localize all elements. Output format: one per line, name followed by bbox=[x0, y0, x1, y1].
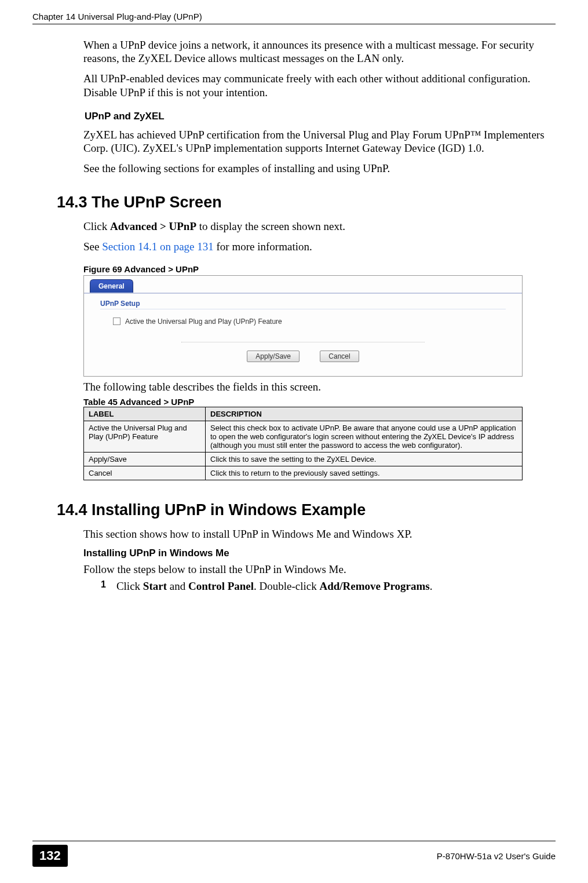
upnp-active-checkbox[interactable] bbox=[113, 318, 120, 325]
screenshot-upnp-panel: General UPnP Setup Active the Universal … bbox=[83, 275, 523, 377]
step-number: 1 bbox=[101, 579, 106, 593]
subheading-install-me: Installing UPnP in Windows Me bbox=[83, 548, 556, 559]
header-rule bbox=[32, 24, 556, 24]
footer-rule bbox=[32, 841, 556, 841]
button-row: Apply/Save Cancel bbox=[181, 342, 425, 362]
cell-desc: Select this check box to activate UPnP. … bbox=[206, 421, 523, 452]
sub1-paragraph-1: ZyXEL has achieved UPnP certification fr… bbox=[83, 128, 556, 155]
cell-desc: Click this to save the setting to the Zy… bbox=[206, 452, 523, 466]
fields-table: LABEL DESCRIPTION Active the Universal P… bbox=[83, 407, 523, 480]
table-row: Active the Universal Plug and Play (UPnP… bbox=[84, 421, 523, 452]
section144-p2: Follow the steps below to install the UP… bbox=[83, 563, 556, 576]
table-row: Cancel Click this to return to the previ… bbox=[84, 466, 523, 480]
table-caption: Table 45 Advanced > UPnP bbox=[83, 397, 556, 407]
table-header-row: LABEL DESCRIPTION bbox=[84, 407, 523, 421]
section144-p1: This section shows how to install UPnP i… bbox=[83, 527, 556, 541]
cross-ref-link[interactable]: Section 14.1 on page 131 bbox=[102, 240, 214, 253]
text: and bbox=[167, 580, 188, 592]
tab-general[interactable]: General bbox=[90, 279, 133, 293]
section-heading-14-3: 14.3 The UPnP Screen bbox=[57, 194, 556, 211]
group-label: UPnP Setup bbox=[100, 300, 506, 308]
th-label: LABEL bbox=[84, 407, 206, 421]
figure-label: Figure 69 Advanced > UPnP bbox=[83, 264, 199, 274]
cell-label: Apply/Save bbox=[84, 452, 206, 466]
menu-path: Advanced > UPnP bbox=[110, 220, 196, 232]
section143-p1: Click Advanced > UPnP to display the scr… bbox=[83, 220, 556, 233]
cell-label: Cancel bbox=[84, 466, 206, 480]
tab-row: General bbox=[84, 276, 522, 293]
text: . Double-click bbox=[254, 580, 319, 592]
text: Click bbox=[83, 220, 110, 232]
text: for more information. bbox=[214, 240, 312, 253]
th-description: DESCRIPTION bbox=[206, 407, 523, 421]
cell-label: Active the Universal Plug and Play (UPnP… bbox=[84, 421, 206, 452]
intro-paragraph-1: When a UPnP device joins a network, it a… bbox=[83, 38, 556, 65]
apply-save-button[interactable]: Apply/Save bbox=[247, 351, 300, 362]
running-header: Chapter 14 Universal Plug-and-Play (UPnP… bbox=[32, 12, 556, 21]
text: See bbox=[83, 240, 102, 253]
guide-title: P-870HW-51a v2 User's Guide bbox=[437, 851, 556, 861]
section143-p2: See Section 14.1 on page 131 for more in… bbox=[83, 240, 556, 253]
cell-desc: Click this to return to the previously s… bbox=[206, 466, 523, 480]
subheading-upnp-zyxel: UPnP and ZyXEL bbox=[57, 111, 556, 122]
table-row: Apply/Save Click this to save the settin… bbox=[84, 452, 523, 466]
checkbox-label: Active the Universal Plug and Play (UPnP… bbox=[125, 318, 282, 326]
cancel-button[interactable]: Cancel bbox=[320, 351, 359, 362]
text: . bbox=[430, 580, 433, 592]
ui-ref-control-panel: Control Panel bbox=[188, 580, 254, 592]
page-footer: 132 P-870HW-51a v2 User's Guide bbox=[32, 841, 556, 867]
table-label: Table 45 Advanced > UPnP bbox=[83, 397, 194, 407]
sub1-paragraph-2: See the following sections for examples … bbox=[83, 162, 556, 175]
panel-body: UPnP Setup Active the Universal Plug and… bbox=[84, 293, 522, 376]
table-intro: The following table describes the fields… bbox=[83, 380, 556, 393]
checkbox-row: Active the Universal Plug and Play (UPnP… bbox=[100, 318, 506, 326]
intro-paragraph-2: All UPnP-enabled devices may communicate… bbox=[83, 72, 556, 98]
page-number-badge: 132 bbox=[32, 845, 68, 867]
numbered-step-1: 1 Click Start and Control Panel. Double-… bbox=[101, 579, 556, 593]
ui-ref-add-remove: Add/Remove Programs bbox=[319, 580, 429, 592]
text: to display the screen shown next. bbox=[196, 220, 345, 232]
step-text: Click Start and Control Panel. Double-cl… bbox=[116, 579, 432, 593]
text: Click bbox=[116, 580, 143, 592]
group-divider bbox=[100, 309, 506, 309]
figure-caption: Figure 69 Advanced > UPnP bbox=[83, 264, 556, 274]
ui-ref-start: Start bbox=[143, 580, 167, 592]
section-heading-14-4: 14.4 Installing UPnP in Windows Example bbox=[57, 501, 556, 519]
